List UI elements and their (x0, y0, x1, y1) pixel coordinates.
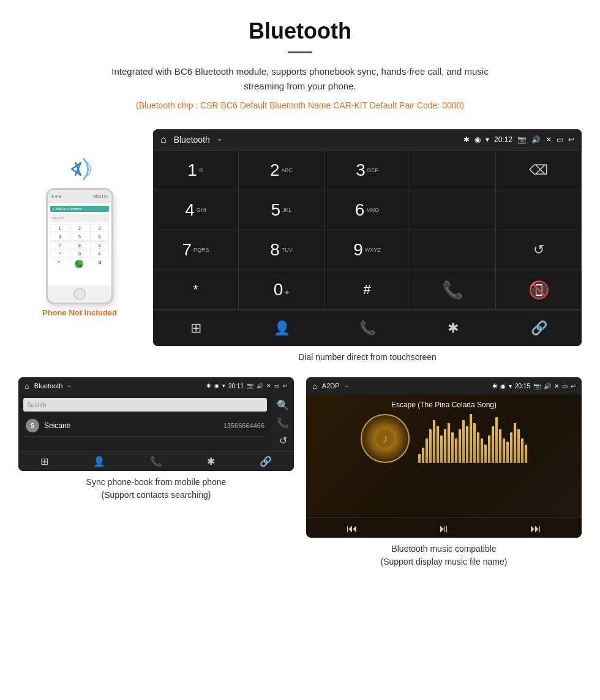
pb-search-icon: 🔍 (277, 399, 289, 411)
pb-bottom-tabs: ⊞ 👤 📞 ✱ 🔗 (18, 451, 294, 471)
dial-key-5[interactable]: 5JKL (239, 190, 324, 230)
pb-tab-dialpad[interactable]: ⊞ (40, 456, 48, 467)
visualizer-bar (510, 432, 512, 463)
phone-mockup: MOTO + Add to Contacts Search 123 456 78… (46, 188, 113, 304)
visualizer-bar (429, 429, 432, 463)
pb-search-bar[interactable]: Search (23, 398, 267, 412)
music-visualizer (418, 414, 527, 463)
visualizer-bar (437, 426, 439, 463)
music-art-area: ♪ (361, 414, 527, 463)
music-controls: ⏮ ⏯ ⏭ (306, 517, 582, 538)
pb-tab-calls[interactable]: 📞 (150, 456, 162, 467)
pb-call-icon: 📞 (277, 417, 289, 429)
dial-empty-1 (410, 151, 496, 190)
call-green-button[interactable]: 📞 (410, 270, 496, 310)
dial-key-3[interactable]: 3DEF (324, 151, 410, 190)
pb-tab-contacts[interactable]: 👤 (93, 456, 105, 467)
pb-title: Bluetooth (34, 382, 62, 390)
title-divider (288, 51, 312, 53)
phonebook-screenshot: ⌂ Bluetooth ⌁ ✱ ◉ ▾ 20:11 📷 🔊 ✕ ▭ ↩ (18, 377, 294, 471)
dial-key-1[interactable]: 1✉ (153, 151, 239, 190)
layout-icon: ▭ (557, 135, 563, 144)
visualizer-bar (499, 429, 501, 463)
visualizer-bar (503, 438, 505, 463)
dial-empty-2 (410, 190, 496, 230)
music-time: 20:15 (515, 383, 530, 390)
dial-key-9[interactable]: 9WXYZ (324, 230, 410, 270)
status-time: 20:12 (494, 135, 512, 144)
pb-back-icon: ↩ (283, 383, 288, 389)
visualizer-bar (418, 454, 421, 463)
dial-key-4[interactable]: 4GHI (153, 190, 239, 230)
pb-refresh-icon: ↺ (279, 435, 287, 446)
dial-key-6[interactable]: 6MNO (324, 190, 410, 230)
music-item: ⌂ A2DP ⌁ ✱ ◉ ▾ 20:15 📷 🔊 ✕ ▭ ↩ (306, 377, 582, 568)
visualizer-bar (466, 426, 468, 463)
dial-key-hash[interactable]: # (324, 270, 410, 310)
dial-key-8[interactable]: 8TUV (239, 230, 324, 270)
bluetooth-specs: (Bluetooth chip : CSR BC6 Default Blueto… (92, 99, 508, 112)
dial-caption: Dial number direct from touchscreen (153, 352, 582, 362)
tab-link[interactable]: 🔗 (496, 315, 582, 341)
page-title: Bluetooth (12, 18, 588, 44)
visualizer-bar (506, 442, 509, 463)
visualizer-bar (488, 435, 490, 463)
dialpad-grid: 1✉ 2ABC 3DEF ⌫ 4GHI 5JKL (153, 150, 582, 310)
visualizer-bar (459, 429, 461, 463)
backspace-button[interactable]: ⌫ (496, 151, 582, 190)
dial-empty-4 (410, 230, 496, 270)
phonebook-item: ⌂ Bluetooth ⌁ ✱ ◉ ▾ 20:11 📷 🔊 ✕ ▭ ↩ (18, 377, 294, 568)
pb-bt-icon: ✱ (206, 383, 211, 389)
dial-status-bar: ⌂ Bluetooth ⌁ ✱ ◉ ▾ 20:12 📷 🔊 ✕ ▭ ↩ (153, 129, 582, 150)
music-wifi-icon: ▾ (509, 383, 512, 390)
music-vol-icon: 🔊 (544, 383, 551, 390)
tab-dialpad[interactable]: ⊞ (153, 315, 239, 341)
pb-tab-link[interactable]: 🔗 (260, 456, 272, 467)
visualizer-bar (455, 438, 457, 463)
pb-tab-bt[interactable]: ✱ (207, 456, 215, 467)
music-note-icon: ♪ (382, 432, 388, 446)
music-content: Escape (The Pina Colada Song) ♪ (306, 394, 582, 517)
visualizer-bar (521, 438, 523, 463)
bluetooth-status-icon: ✱ (463, 135, 470, 144)
next-track-button[interactable]: ⏭ (530, 522, 541, 535)
tab-bluetooth-tab[interactable]: ✱ (410, 315, 496, 341)
bottom-row: ⌂ Bluetooth ⌁ ✱ ◉ ▾ 20:11 📷 🔊 ✕ ▭ ↩ (0, 371, 600, 581)
dial-screen: ⌂ Bluetooth ⌁ ✱ ◉ ▾ 20:12 📷 🔊 ✕ ▭ ↩ (153, 129, 582, 346)
pb-time: 20:11 (228, 383, 244, 390)
contact-phone: 13566664466 (223, 422, 264, 429)
dial-key-2[interactable]: 2ABC (239, 151, 324, 190)
dial-key-7[interactable]: 7PQRS (153, 230, 239, 270)
prev-track-button[interactable]: ⏮ (347, 522, 358, 535)
volume-icon: 🔊 (531, 135, 541, 144)
call-red-button[interactable]: 📵 (496, 270, 582, 310)
phone-not-included-label: Phone Not Included (42, 308, 117, 317)
pb-contact-row: S Seicane 13566664466 (23, 415, 267, 437)
redial-button[interactable]: ↺ (496, 230, 582, 270)
music-title: A2DP (322, 382, 340, 390)
visualizer-bar (525, 445, 527, 463)
dial-key-0[interactable]: 0 + (239, 270, 324, 310)
dial-key-star[interactable]: * (153, 270, 239, 310)
pb-main: Search S Seicane 13566664466 (18, 394, 272, 451)
visualizer-bar (433, 420, 435, 463)
main-content: MOTO + Add to Contacts Search 123 456 78… (0, 123, 600, 371)
pb-status-bar: ⌂ Bluetooth ⌁ ✱ ◉ ▾ 20:11 📷 🔊 ✕ ▭ ↩ (18, 377, 294, 394)
music-loc-icon: ◉ (500, 383, 506, 390)
pb-cam-icon: 📷 (247, 383, 253, 389)
phone-section: MOTO + Add to Contacts Search 123 456 78… (18, 129, 141, 317)
contact-avatar: S (26, 419, 39, 432)
phone-screen: + Add to Contacts Search 123 456 789 *0#… (48, 203, 111, 285)
play-pause-button[interactable]: ⏯ (438, 522, 449, 535)
pb-vol-icon: 🔊 (257, 383, 263, 389)
back-icon: ↩ (568, 135, 574, 144)
tab-calls[interactable]: 📞 (324, 315, 410, 341)
location-icon: ◉ (474, 135, 481, 144)
pb-wifi-icon: ▾ (222, 383, 225, 389)
visualizer-bar (492, 426, 494, 463)
tab-contacts[interactable]: 👤 (239, 315, 324, 341)
music-song-title: Escape (The Pina Colada Song) (391, 401, 497, 409)
visualizer-bar (462, 420, 465, 463)
music-cam-icon: 📷 (533, 383, 541, 390)
pb-side-icons: 🔍 📞 ↺ (272, 394, 294, 451)
